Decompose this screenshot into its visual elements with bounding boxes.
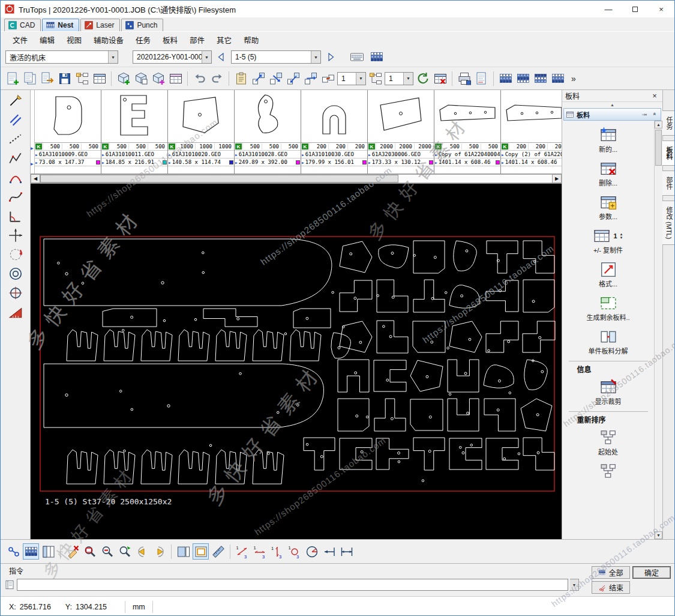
new-job-button[interactable] (4, 70, 20, 86)
panel-action-1[interactable]: 删除... (569, 157, 647, 190)
zoom-out-button[interactable] (99, 543, 115, 560)
undo-button[interactable] (191, 70, 208, 86)
app-tab-punch[interactable]: Punch (121, 19, 163, 31)
measure-red-tool[interactable] (6, 303, 25, 321)
part-cell-0[interactable]: K500500500▶61A31010009.GEO▶73.08 x 147.3… (35, 90, 101, 174)
panel-action-0[interactable]: 新的... (569, 123, 647, 157)
minimize-button[interactable]: — (595, 1, 622, 17)
view-panels-button[interactable] (175, 543, 191, 560)
pin-icon[interactable] (640, 110, 648, 119)
zoom-window-button[interactable] (82, 543, 98, 560)
menu-item-3[interactable]: 辅助设备 (88, 32, 130, 48)
tree-mini-button[interactable] (367, 70, 383, 86)
prev-sheet-button[interactable] (215, 50, 227, 64)
part-cell-6[interactable]: K500500500▶Copy of 61A22040004.▶1401.14 … (434, 90, 501, 174)
concentric-tool[interactable] (6, 265, 25, 283)
part-cell-1[interactable]: K500500500▶61A31010011.GEO▶184.85 x 216.… (101, 90, 168, 174)
matrix-3-button[interactable] (532, 70, 548, 86)
close-button[interactable]: × (648, 1, 674, 17)
draw-line-tool[interactable] (6, 92, 25, 110)
target-tool[interactable] (6, 284, 25, 302)
menu-item-5[interactable]: 板料 (157, 32, 184, 48)
panel-scroll-up-arrow-icon[interactable]: ▲ (655, 121, 662, 128)
side-tab-0[interactable]: 任务 (662, 110, 675, 136)
rotate-circle-tool[interactable] (6, 246, 25, 264)
panel-close-icon[interactable]: × (650, 91, 659, 100)
axes-tool[interactable] (6, 226, 25, 244)
ruler-button[interactable] (210, 543, 226, 560)
matrix-1-button[interactable] (497, 70, 514, 86)
menu-item-1[interactable]: 编辑 (34, 32, 61, 48)
part-strip-scrollbar[interactable]: ◀ ▶ (31, 174, 562, 184)
panel-action-10[interactable]: 起始处 (569, 426, 647, 459)
align-d-button[interactable] (302, 70, 319, 86)
part-cell-7[interactable]: K200200200▶Copy (2) of 61A22040▶1401.14 … (501, 90, 562, 174)
part-cell-4[interactable]: K200200200▶61A31010030.GEO▶179.99 x 156.… (301, 90, 368, 174)
end-button[interactable]: 结束 (592, 581, 630, 594)
collapse-icon[interactable]: « (650, 110, 659, 119)
panel-action-5[interactable]: 生成剩余板料.. (569, 291, 647, 325)
app-tab-laser[interactable]: Laser (80, 19, 120, 31)
job-tree-button[interactable] (74, 70, 90, 86)
menu-item-8[interactable]: 帮助 (238, 32, 265, 48)
panel-scrollbar[interactable]: ▲ ▼ (654, 121, 662, 539)
printer-badge-button[interactable] (456, 70, 472, 86)
copy-job-button[interactable] (22, 70, 38, 86)
spline-tool[interactable] (6, 188, 25, 206)
keyboard-button[interactable] (349, 49, 365, 65)
next-sheet-button[interactable] (325, 50, 337, 64)
overflow-button[interactable]: » (567, 70, 583, 86)
all-button[interactable]: 全部 (592, 566, 630, 579)
scrollbar-track[interactable] (40, 174, 552, 183)
panel-action-8[interactable]: 显示裁剪 (569, 375, 647, 409)
redo-button[interactable] (209, 70, 225, 86)
matrix-2-button[interactable] (515, 70, 531, 86)
rotate-left-button[interactable] (415, 70, 431, 86)
menu-item-7[interactable]: 其它 (211, 32, 238, 48)
parts-table-button[interactable] (167, 70, 184, 86)
panel-action-2[interactable]: 参数... (569, 190, 647, 224)
ok-button[interactable]: 确定 (632, 566, 671, 579)
panel-action-11[interactable] (569, 459, 647, 484)
copies-dropdown-2[interactable]: 1▼ (385, 72, 413, 85)
menu-item-6[interactable]: 部件 (184, 32, 211, 48)
machine-dropdown[interactable]: 激活的机床▼ (5, 50, 118, 64)
command-history-dropdown-icon[interactable]: ▼ (570, 579, 579, 591)
part-cell-2[interactable]: K100010001000▶61A31010020.GEO▶140.58 x 1… (168, 90, 235, 174)
menu-item-4[interactable]: 任务 (130, 32, 157, 48)
app-tab-nest[interactable]: Nest (42, 19, 79, 31)
panel-scroll-up-icon[interactable]: ▲ (562, 102, 662, 108)
align-a-button[interactable] (250, 70, 266, 86)
menu-item-0[interactable]: 文件 (7, 32, 34, 48)
align-b-button[interactable] (268, 70, 284, 86)
chevron-down-icon[interactable]: ▼ (108, 51, 118, 63)
polyline-tool[interactable] (6, 149, 25, 168)
scroll-right-icon[interactable]: ▶ (552, 174, 562, 183)
protractor-button[interactable] (304, 543, 320, 560)
panel-action-6[interactable]: 单件板料分解 (569, 325, 647, 358)
copies-dropdown-1[interactable]: 1▼ (337, 72, 366, 85)
side-tab-3[interactable]: 修改 (MTL) (662, 201, 675, 245)
command-input[interactable] (17, 579, 568, 591)
zoom-next-button[interactable] (151, 543, 167, 560)
sheet-panel-subheader[interactable]: 板料 « (563, 108, 661, 121)
dim-b-button[interactable]: 13 (251, 543, 268, 560)
nest-columns-button[interactable] (40, 543, 56, 560)
job-dropdown[interactable]: 20201226-Y001-0001▼ (133, 50, 212, 64)
insert-part-button[interactable] (150, 70, 166, 86)
chevron-down-icon[interactable]: ▼ (311, 51, 320, 63)
angle-tool[interactable] (6, 207, 25, 225)
zoom-arrow-button[interactable] (116, 543, 133, 560)
side-tab-2[interactable]: 部件 (662, 171, 675, 196)
sheet-dropdown[interactable]: 1-5 (5)▼ (231, 50, 321, 64)
panel-action-3[interactable]: 1▲▼+/- 复制件 (569, 224, 647, 258)
new-sheet-button[interactable] (115, 70, 131, 86)
maximize-button[interactable] (622, 1, 648, 17)
panel-scrollbar-thumb[interactable] (655, 130, 662, 166)
dim-d-button[interactable]: 13 (286, 543, 302, 560)
copies-spinner[interactable]: ▲▼ (620, 232, 623, 240)
menu-item-2[interactable]: 视图 (61, 32, 88, 48)
delete-rows-button[interactable] (432, 70, 448, 86)
matrix-1-button[interactable] (368, 49, 385, 65)
chevron-down-icon[interactable]: ▼ (202, 51, 211, 63)
